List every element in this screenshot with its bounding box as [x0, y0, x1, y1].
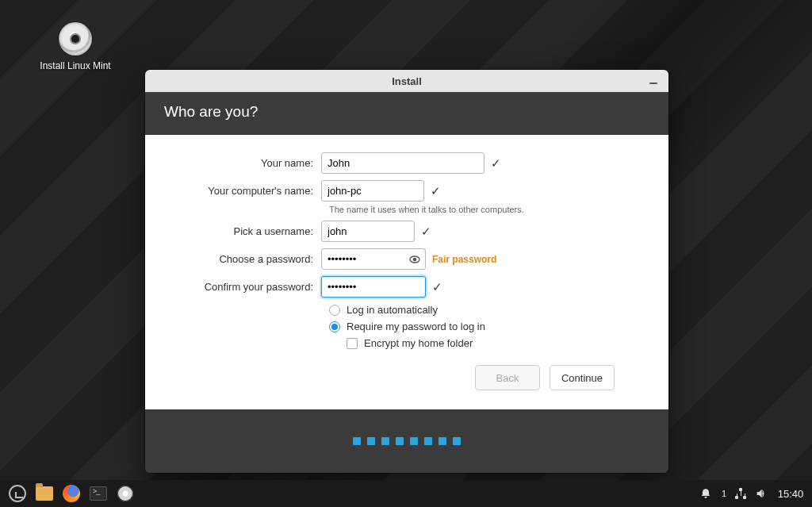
password-strength: Fair password — [432, 254, 496, 265]
password-label: Choose a password: — [180, 253, 321, 265]
taskbar-installer-running[interactable] — [114, 482, 136, 505]
tray-clock[interactable]: 15:40 — [776, 488, 806, 500]
folder-icon — [36, 486, 53, 501]
tray-notifications[interactable] — [699, 487, 712, 500]
progress-dot — [396, 437, 404, 445]
option-encrypt-home[interactable]: Encrypt my home folder — [347, 337, 634, 349]
option-encrypt-home-label: Encrypt my home folder — [364, 337, 473, 349]
your-name-input[interactable] — [321, 152, 485, 174]
taskbar-terminal[interactable] — [87, 482, 109, 505]
computer-name-input[interactable] — [321, 180, 424, 202]
option-require-password-label: Require my password to log in — [347, 321, 485, 332]
computer-name-hint: The name it uses when it talks to other … — [329, 205, 634, 214]
taskbar: 1 15:40 — [0, 480, 812, 507]
window-title: Install — [392, 75, 422, 87]
confirm-password-label: Confirm your password: — [180, 281, 321, 293]
username-input[interactable] — [321, 221, 415, 242]
window-titlebar[interactable]: Install — [145, 70, 668, 92]
taskbar-firefox[interactable] — [60, 482, 82, 505]
disc-icon — [59, 22, 92, 56]
mint-logo-icon — [9, 485, 26, 502]
radio-selected-icon — [329, 321, 340, 332]
tray-volume[interactable] — [755, 487, 768, 500]
minimize-button[interactable] — [646, 74, 661, 88]
checkmark-icon: ✓ — [431, 184, 441, 198]
checkmark-icon: ✓ — [432, 280, 442, 294]
checkmark-icon: ✓ — [421, 225, 431, 239]
continue-button[interactable]: Continue — [550, 365, 615, 390]
show-password-icon[interactable] — [408, 252, 422, 267]
tray-notification-count: 1 — [722, 489, 726, 498]
progress-dot — [367, 437, 375, 445]
progress-indicator — [145, 409, 668, 473]
desktop-install-shortcut[interactable]: Install Linux Mint — [40, 22, 111, 71]
taskbar-file-manager[interactable] — [33, 482, 56, 505]
svg-point-1 — [413, 258, 416, 260]
option-login-automatically[interactable]: Log in automatically — [329, 304, 634, 316]
terminal-icon — [90, 486, 107, 501]
progress-dot — [410, 437, 418, 445]
desktop-install-label: Install Linux Mint — [40, 60, 111, 71]
checkmark-icon: ✓ — [491, 156, 501, 171]
username-label: Pick a username: — [180, 225, 321, 237]
disc-icon — [117, 486, 133, 501]
checkbox-icon — [347, 338, 358, 349]
option-require-password[interactable]: Require my password to log in — [329, 321, 634, 332]
progress-dot — [381, 437, 389, 445]
progress-dot — [353, 437, 361, 445]
page-heading: Who are you? — [145, 92, 668, 135]
back-button[interactable]: Back — [475, 365, 540, 390]
your-name-label: Your name: — [180, 157, 321, 169]
start-menu-button[interactable] — [6, 482, 29, 505]
firefox-icon — [63, 485, 80, 502]
radio-icon — [329, 305, 340, 316]
option-login-automatically-label: Log in automatically — [347, 304, 438, 316]
installer-window: Install Who are you? Your name: ✓ Your c… — [145, 70, 668, 473]
form-area: Your name: ✓ Your computer's name: ✓ The… — [145, 135, 668, 409]
progress-dot — [424, 437, 432, 445]
confirm-password-input[interactable] — [321, 276, 426, 298]
progress-dot — [453, 437, 461, 445]
progress-dot — [439, 437, 446, 445]
computer-name-label: Your computer's name: — [180, 185, 321, 197]
tray-network[interactable] — [734, 487, 747, 500]
